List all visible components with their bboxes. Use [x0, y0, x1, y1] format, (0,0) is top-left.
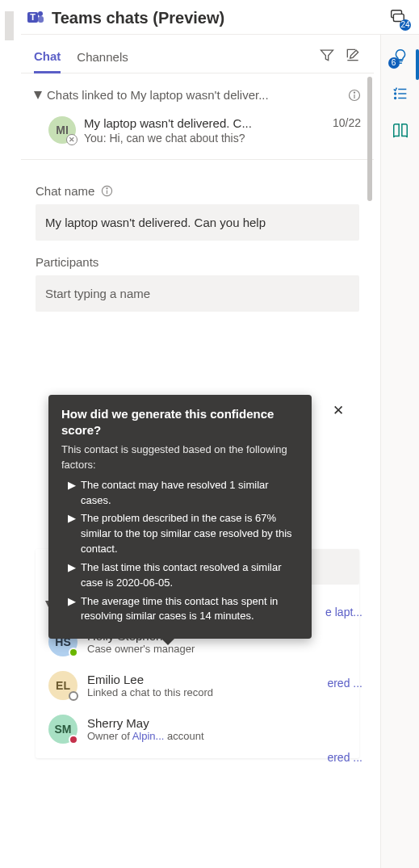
linked-chats-label: Chats linked to My laptop wasn't deliver…: [47, 88, 340, 102]
tooltip-factor: The problem described in the case is 67%…: [81, 511, 299, 557]
chat-badge: 24: [400, 19, 411, 31]
related-contact[interactable]: SM Sherry May Owner of Alpin... account: [36, 708, 359, 752]
ideas-badge: 6: [388, 57, 400, 69]
chat-item-timestamp: 10/22: [333, 116, 361, 130]
checklist-button[interactable]: [392, 85, 409, 103]
tooltip-factor: The contact may have resolved 1 similar …: [81, 478, 299, 509]
svg-point-13: [107, 188, 107, 189]
right-rail: 6: [380, 35, 419, 868]
chat-list-item[interactable]: MI ✕ My laptop wasn't delivered. C... 10…: [34, 108, 361, 159]
contact-role: Owner of Alpin... account: [87, 730, 204, 742]
tooltip-title: How did we generate this confidence scor…: [61, 406, 299, 438]
tab-channels[interactable]: Channels: [77, 44, 128, 72]
teams-chats-panel: T Teams chats (Preview) 24 Chat Channels: [21, 0, 419, 868]
svg-rect-3: [38, 16, 44, 23]
close-icon[interactable]: ✕: [333, 401, 344, 421]
avatar: MI ✕: [48, 116, 76, 144]
chat-name-label: Chat name: [36, 184, 359, 198]
filter-icon[interactable]: [319, 47, 335, 63]
svg-point-19: [394, 98, 396, 99]
compose-icon[interactable]: [345, 47, 361, 63]
presence-busy-icon: [69, 735, 78, 744]
active-indicator: [416, 49, 419, 80]
presence-available-icon: [69, 648, 78, 657]
presence-unknown-icon: [69, 691, 78, 701]
confidence-tooltip: ✕ How did we generate this confidence sc…: [48, 395, 312, 639]
hidden-item-fragment: ered ...: [327, 751, 362, 764]
svg-text:T: T: [30, 12, 36, 22]
contact-name: Sherry May: [87, 716, 204, 730]
avatar-initials: MI: [56, 124, 69, 136]
panel-body: Chat Channels Chats linked to My laptop …: [21, 35, 419, 868]
info-icon[interactable]: [348, 89, 361, 102]
teams-logo-icon: T: [26, 8, 45, 27]
panel-header: T Teams chats (Preview) 24: [21, 0, 419, 35]
participants-input[interactable]: [36, 275, 359, 312]
chat-bubble-button[interactable]: 24: [388, 8, 408, 27]
presence-offline-icon: ✕: [66, 134, 78, 145]
chevron-down-icon: [34, 91, 42, 99]
contact-role: Linked a chat to this record: [87, 686, 213, 698]
left-strip-stub: [5, 11, 14, 40]
tooltip-subtitle: This contact is suggested based on the f…: [61, 442, 299, 473]
svg-marker-6: [321, 50, 333, 60]
hidden-item-fragment: ered ...: [327, 677, 362, 690]
main-column: Chat Channels Chats linked to My laptop …: [21, 35, 380, 868]
tab-chat[interactable]: Chat: [34, 43, 61, 73]
svg-point-2: [38, 11, 43, 16]
chat-list: Chats linked to My laptop wasn't deliver…: [21, 73, 374, 160]
panel-title: Teams chats (Preview): [52, 9, 224, 27]
related-contact[interactable]: EL Emilio Lee Linked a chat to this reco…: [36, 665, 359, 708]
hidden-item-fragment: e lapt...: [325, 606, 362, 619]
svg-marker-7: [34, 91, 42, 99]
contact-name: Emilio Lee: [87, 673, 213, 686]
tooltip-factor: The average time this contact has spent …: [81, 594, 299, 625]
chat-item-title: My laptop wasn't delivered. C...: [84, 116, 326, 130]
contact-role: Case owner's manager: [87, 643, 195, 655]
left-strip: [0, 0, 21, 868]
svg-point-10: [354, 92, 354, 93]
chat-item-text: My laptop wasn't delivered. C... 10/22 Y…: [84, 116, 361, 145]
tooltip-factor: The last time this contact resolved a si…: [81, 560, 299, 591]
ideas-button[interactable]: 6: [392, 48, 409, 65]
chat-name-input[interactable]: [36, 204, 359, 241]
tooltip-factors-list: ▶The contact may have resolved 1 similar…: [61, 478, 299, 625]
avatar: SM: [48, 715, 78, 744]
tabs: Chat Channels: [21, 35, 374, 73]
svg-point-18: [394, 93, 396, 94]
account-link[interactable]: Alpin...: [132, 730, 165, 742]
info-icon[interactable]: [101, 185, 113, 197]
linked-chats-header[interactable]: Chats linked to My laptop wasn't deliver…: [34, 82, 361, 108]
tooltip-tail: [161, 639, 174, 645]
avatar: EL: [48, 671, 78, 700]
participants-label: Participants: [36, 255, 359, 269]
knowledge-button[interactable]: [392, 122, 409, 140]
chat-item-preview: You: Hi, can we chat about this?: [84, 132, 361, 145]
